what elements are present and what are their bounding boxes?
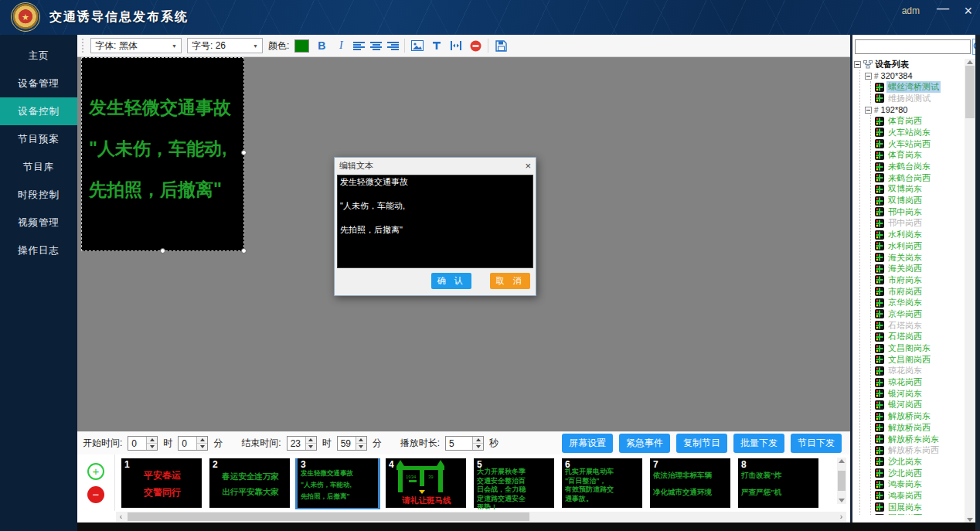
batch-send-button[interactable]: 批量下发 xyxy=(733,434,784,453)
device-tree-item[interactable]: 火车站岗西 xyxy=(875,138,964,150)
device-tree-item[interactable]: 体育岗西 xyxy=(875,115,964,127)
device-tree-item[interactable]: 沙北岗西 xyxy=(875,468,964,479)
device-search-input[interactable] xyxy=(855,39,971,54)
stop-button[interactable] xyxy=(468,39,482,53)
sidebar-item-device-control[interactable]: 设备控制 xyxy=(0,97,77,125)
collapse-icon[interactable] xyxy=(854,61,861,68)
device-panel-scrollbar[interactable] xyxy=(965,59,975,523)
playlist-item-7[interactable]: 7 依法治理非标车辆 净化城市交通环境 xyxy=(650,458,730,508)
scroll-up-icon[interactable] xyxy=(839,459,845,463)
spin-down-icon[interactable] xyxy=(306,443,316,450)
end-minute-stepper[interactable]: 59 xyxy=(337,436,367,451)
device-tree-item[interactable]: 火车站岗东 xyxy=(875,127,964,138)
device-tree-item[interactable]: 文昌阁岗西 xyxy=(875,354,964,366)
font-family-select[interactable]: 字体: 黑体 ▼ xyxy=(90,38,182,53)
spin-up-icon[interactable] xyxy=(473,437,483,443)
device-group[interactable]: # 192*80 xyxy=(860,104,964,116)
device-tree-item[interactable]: 市府岗东 xyxy=(875,274,964,286)
align-center-button[interactable] xyxy=(370,41,382,51)
collapse-icon[interactable] xyxy=(865,73,872,80)
device-tree-item[interactable]: 解放桥岗西 xyxy=(875,422,964,434)
device-tree-item[interactable]: 体育岗东 xyxy=(875,150,964,162)
device-tree-item[interactable]: 来鹤台岗西 xyxy=(875,172,964,184)
device-tree-item[interactable]: 银河岗西 xyxy=(875,400,964,411)
device-tree-item[interactable]: 邗中岗西 xyxy=(875,218,964,230)
device-tree-item[interactable]: 海关岗东 xyxy=(875,252,964,264)
device-group[interactable]: # 320*384 xyxy=(860,70,964,82)
minimize-icon[interactable]: — xyxy=(937,2,949,15)
collapse-icon[interactable] xyxy=(865,107,872,114)
start-minute-stepper[interactable]: 0 xyxy=(178,436,208,451)
device-tree-item[interactable]: 石塔岗东 xyxy=(875,320,964,332)
italic-button[interactable]: I xyxy=(334,39,348,52)
spin-down-icon[interactable] xyxy=(197,443,207,450)
spin-down-icon[interactable] xyxy=(473,443,483,450)
bold-button[interactable]: B xyxy=(315,39,328,52)
sidebar-item-home[interactable]: 主页 xyxy=(0,42,77,70)
device-tree-item[interactable]: 来鹤台岗东 xyxy=(875,161,964,172)
playlist-item-4[interactable]: 4 1934 39 请礼让斑马线 xyxy=(386,458,466,508)
logged-in-user[interactable]: adm xyxy=(902,5,920,16)
scroll-down-icon[interactable] xyxy=(839,499,845,502)
align-left-button[interactable] xyxy=(353,41,365,51)
dialog-close-icon[interactable]: × xyxy=(525,160,531,172)
spin-down-icon[interactable] xyxy=(147,443,157,450)
device-tree-item[interactable]: 市府岗西 xyxy=(875,286,964,298)
scrollbar-thumb[interactable] xyxy=(128,512,529,521)
device-tree-item[interactable]: 京华岗西 xyxy=(875,308,964,320)
resize-handle-corner[interactable] xyxy=(241,248,247,254)
device-tree-item[interactable]: 双博岗西 xyxy=(875,195,964,206)
sidebar-item-device-management[interactable]: 设备管理 xyxy=(0,70,77,97)
playlist-item-8[interactable]: 8 打击改装"炸 严查严惩"机 xyxy=(738,458,818,508)
duration-stepper[interactable]: 5 xyxy=(445,436,484,451)
device-tree-root[interactable]: 设备列表 xyxy=(854,59,964,70)
device-tree-item[interactable]: 螺丝湾桥测试 xyxy=(875,81,964,93)
device-tree-item[interactable]: 沙北岗东 xyxy=(875,456,964,468)
device-tree-item[interactable]: 双博岗东 xyxy=(875,184,964,196)
playlist-item-5[interactable]: 5 大力开展秋冬季 交通安全整治百 日会战，全力稳 定道路交通安全 形势！ xyxy=(474,458,554,508)
program-send-button[interactable]: 节目下发 xyxy=(791,434,842,453)
screen-settings-button[interactable]: 屏幕设置 xyxy=(562,434,613,453)
device-tree-item[interactable]: 国展岗西 xyxy=(875,513,964,516)
scrollbar-thumb[interactable] xyxy=(965,66,975,118)
playlist-item-6[interactable]: 6 扎实开展电动车 "百日整治"， 有效预防道路交 通事故。 xyxy=(562,458,642,508)
sidebar-item-program-plan[interactable]: 节目预案 xyxy=(0,125,77,153)
playlist-item-1[interactable]: 1 平安春运 交警同行 xyxy=(121,458,202,508)
device-tree-item[interactable]: 解放桥岗东 xyxy=(875,410,964,422)
start-hour-stepper[interactable]: 0 xyxy=(128,436,158,451)
scroll-down-icon[interactable] xyxy=(967,518,973,522)
device-tree-item[interactable]: 银河岗东 xyxy=(875,388,964,400)
scroll-right-icon[interactable]: › xyxy=(836,512,846,521)
edit-textarea[interactable]: 发生轻微交通事故 "人未伤，车能动, 先拍照，后撤离" xyxy=(337,175,533,268)
device-tree-item[interactable]: 石塔岗西 xyxy=(875,332,964,343)
device-tree-item[interactable]: 文昌阁岗东 xyxy=(875,342,964,354)
led-preview-panel[interactable]: 发生轻微交通事故"人未伤，车能动,先拍照，后撤离" xyxy=(81,57,244,251)
cancel-button[interactable]: 取 消 xyxy=(490,273,530,289)
add-program-button[interactable]: + xyxy=(87,463,104,480)
insert-text-button[interactable] xyxy=(430,39,444,53)
device-tree-item[interactable]: 邗中岗东 xyxy=(875,206,964,218)
copy-program-button[interactable]: 复制节目 xyxy=(676,434,727,453)
resize-handle-bottom[interactable] xyxy=(160,248,165,254)
device-tree-item[interactable]: 解放桥东岗西 xyxy=(875,444,964,456)
fit-width-button[interactable] xyxy=(449,39,463,53)
spin-up-icon[interactable] xyxy=(197,437,207,443)
spin-up-icon[interactable] xyxy=(356,437,366,443)
device-tree-item[interactable]: 鸿泰岗西 xyxy=(875,490,964,502)
device-tree-item[interactable]: 海关岗西 xyxy=(875,263,964,274)
spin-up-icon[interactable] xyxy=(306,437,316,443)
device-tree-item[interactable]: 水利岗东 xyxy=(875,229,964,240)
sidebar-item-program-library[interactable]: 节目库 xyxy=(0,153,77,181)
device-tree-item[interactable]: 琼花岗西 xyxy=(875,376,964,388)
scroll-up-icon[interactable] xyxy=(967,60,973,64)
playlist-vertical-scrollbar[interactable] xyxy=(837,458,846,504)
playlist-item-3[interactable]: 3 发生轻微交通事故 "人未伤，车能动, 先拍照，后撤离" xyxy=(298,458,378,508)
save-button[interactable] xyxy=(494,39,508,53)
device-tree-item[interactable]: 国展岗东 xyxy=(875,502,964,513)
emergency-event-button[interactable]: 紧急事件 xyxy=(619,434,670,453)
device-tree-item[interactable]: 解放桥东岗东 xyxy=(875,434,964,445)
scroll-left-icon[interactable]: ‹ xyxy=(116,512,126,521)
device-tree-item[interactable]: 鸿泰岗东 xyxy=(875,478,964,490)
device-tree-item[interactable]: 维扬岗测试 xyxy=(875,93,964,104)
insert-image-button[interactable] xyxy=(410,39,424,53)
